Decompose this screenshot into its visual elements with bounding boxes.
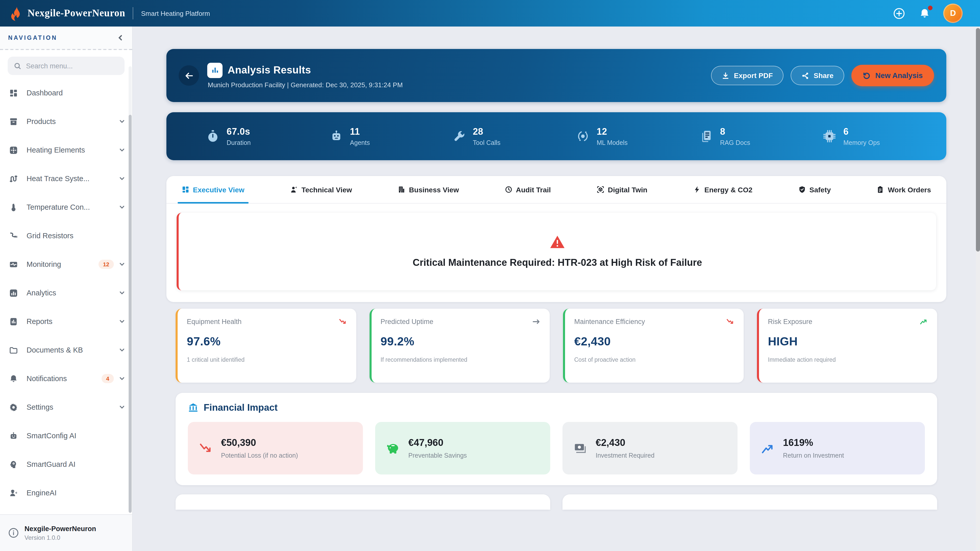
metric-title: Predicted Uptime xyxy=(380,318,433,326)
tab-energy-co2[interactable]: Energy & CO2 xyxy=(693,176,752,203)
stat-label: Memory Ops xyxy=(843,139,880,146)
stat-label: RAG Docs xyxy=(720,139,750,146)
sidebar-item-grid-resistors[interactable]: Grid Resistors xyxy=(0,221,132,250)
person-gear-icon xyxy=(290,186,298,193)
tab-audit-trail[interactable]: Audit Trail xyxy=(504,176,551,203)
tab-business-view[interactable]: Business View xyxy=(398,176,459,203)
stat-memory-ops: 6Memory Ops xyxy=(823,126,946,146)
tab-technical-view[interactable]: Technical View xyxy=(290,176,352,203)
bar-chart-icon xyxy=(9,289,27,297)
warning-triangle-icon xyxy=(550,235,565,249)
stat-value: 6 xyxy=(843,126,880,137)
metric-subtitle: Immediate action required xyxy=(768,357,928,363)
sidebar-item-notifications[interactable]: Notifications 4 xyxy=(0,364,132,393)
new-analysis-button[interactable]: New Analysis xyxy=(851,65,934,86)
chevron-down-icon xyxy=(119,318,125,324)
stat-label: Duration xyxy=(227,139,251,146)
sidebar-item-label: EngineAI xyxy=(27,489,57,497)
tab-label: Technical View xyxy=(301,186,352,194)
header-actions: D xyxy=(892,3,969,23)
trend-flat-icon xyxy=(532,318,541,326)
sidebar-item-engineai[interactable]: EngineAI xyxy=(0,478,132,507)
banknote-icon xyxy=(573,441,588,456)
critical-alert: Critical Maintenance Required: HTR-023 a… xyxy=(177,213,936,290)
bell-icon xyxy=(919,8,930,19)
heater-fan-icon xyxy=(9,146,27,154)
metric-value: 97.6% xyxy=(187,335,347,348)
app-root: Nexgile-PowerNeuron Smart Heating Platfo… xyxy=(0,0,980,551)
page-subtitle: Munich Production Facility | Generated: … xyxy=(208,81,403,89)
metric-title: Equipment Health xyxy=(187,318,242,326)
cube-scan-icon xyxy=(597,186,605,193)
chevron-down-icon xyxy=(119,261,125,267)
tab-bar: Executive View Technical View Business V… xyxy=(166,176,946,203)
stopwatch-icon xyxy=(206,130,220,143)
tab-digital-twin[interactable]: Digital Twin xyxy=(597,176,648,203)
arrow-left-icon xyxy=(184,71,194,80)
sidebar-collapse-button[interactable] xyxy=(117,34,124,41)
sidebar-item-documents[interactable]: Documents & KB xyxy=(0,336,132,364)
sidebar-item-label: SmartGuard AI xyxy=(27,460,76,468)
sidebar-item-reports[interactable]: Reports xyxy=(0,307,132,336)
sidebar-item-heating-elements[interactable]: Heating Elements xyxy=(0,136,132,164)
financial-label: Preventable Savings xyxy=(408,452,467,459)
page-scrollbar[interactable] xyxy=(976,27,980,551)
tab-safety[interactable]: Safety xyxy=(798,176,831,203)
tab-work-orders[interactable]: Work Orders xyxy=(877,176,931,203)
back-button[interactable] xyxy=(179,65,199,86)
sidebar-scrollbar-thumb[interactable] xyxy=(129,115,132,513)
trend-up-icon xyxy=(919,318,928,326)
sidebar-item-label: Documents & KB xyxy=(27,346,83,354)
tab-executive-view[interactable]: Executive View xyxy=(182,176,245,203)
share-label: Share xyxy=(814,71,834,79)
sidebar-item-label: Heat Trace Syste... xyxy=(27,175,89,183)
metric-cards: Equipment Health 97.6% 1 critical unit i… xyxy=(176,309,937,383)
lightning-icon xyxy=(693,186,701,193)
sidebar-item-products[interactable]: Products xyxy=(0,107,132,136)
sidebar-item-settings[interactable]: Settings xyxy=(0,393,132,421)
search-input[interactable] xyxy=(26,62,118,70)
stat-duration: 67.0sDuration xyxy=(206,126,329,146)
sidebar-item-smartguard-ai[interactable]: SmartGuard AI xyxy=(0,450,132,478)
sidebar-header: NAVIGATION xyxy=(0,27,132,50)
financial-value: 1619% xyxy=(783,437,844,448)
share-button[interactable]: Share xyxy=(791,66,844,85)
head-gear-icon xyxy=(9,460,27,468)
chevron-down-icon xyxy=(119,118,125,124)
sidebar-item-temperature[interactable]: Temperature Con... xyxy=(0,193,132,221)
stat-ml-models: 12ML Models xyxy=(576,126,700,146)
export-pdf-button[interactable]: Export PDF xyxy=(711,66,783,85)
sidebar-item-smartconfig-ai[interactable]: SmartConfig AI xyxy=(0,421,132,450)
add-button[interactable] xyxy=(892,6,905,20)
tab-label: Executive View xyxy=(193,186,245,194)
plus-circle-icon xyxy=(893,7,905,19)
avatar[interactable]: D xyxy=(943,3,963,23)
stat-value: 8 xyxy=(720,126,750,137)
metric-title: Maintenance Efficiency xyxy=(574,318,645,326)
search-box[interactable] xyxy=(8,57,124,75)
brand: Nexgile-PowerNeuron xyxy=(10,6,125,21)
search-icon xyxy=(14,62,21,70)
financial-preventable-savings: €47,960 Preventable Savings xyxy=(375,422,550,475)
report-chart-icon xyxy=(9,317,27,326)
page-scrollbar-thumb[interactable] xyxy=(976,28,980,251)
piggy-bank-icon xyxy=(385,441,401,456)
chevron-down-icon xyxy=(119,290,125,296)
stat-rag-docs: 8RAG Docs xyxy=(700,126,823,146)
sidebar-item-dashboard[interactable]: Dashboard xyxy=(0,79,132,107)
financial-value: €50,390 xyxy=(221,437,298,448)
sidebar-item-monitoring[interactable]: Monitoring 12 xyxy=(0,250,132,279)
tab-label: Safety xyxy=(810,186,831,194)
shield-check-icon xyxy=(798,186,806,193)
financial-investment-required: €2,430 Investment Required xyxy=(563,422,738,475)
sidebar-search xyxy=(0,50,132,79)
tab-label: Audit Trail xyxy=(516,186,551,194)
tab-card: Executive View Technical View Business V… xyxy=(166,176,946,302)
notifications-button[interactable] xyxy=(918,6,931,20)
sidebar-item-heat-trace[interactable]: Heat Trace Syste... xyxy=(0,164,132,193)
activity-icon xyxy=(9,260,27,268)
financial-value: €2,430 xyxy=(596,437,655,448)
sidebar-item-analytics[interactable]: Analytics xyxy=(0,279,132,307)
wrench-icon xyxy=(453,130,466,143)
partial-card-left xyxy=(176,494,550,510)
